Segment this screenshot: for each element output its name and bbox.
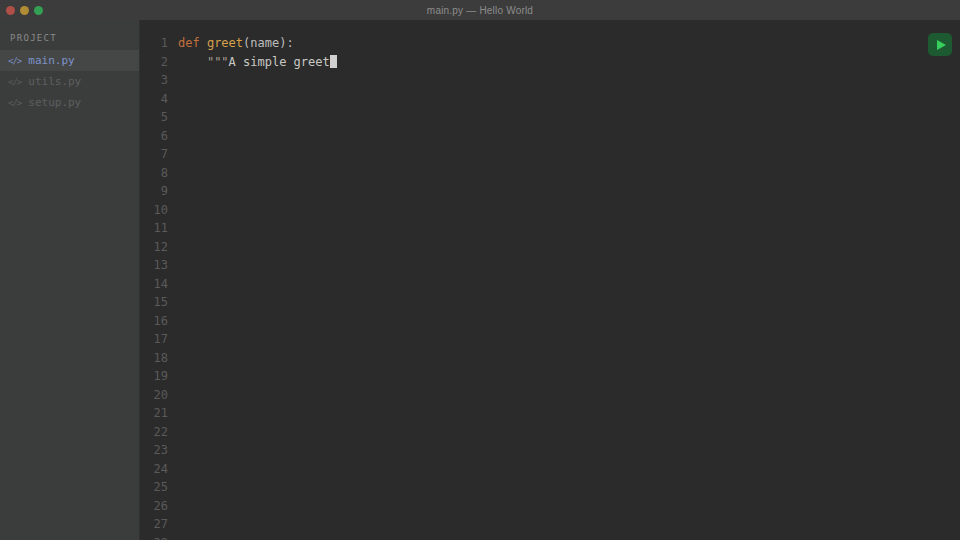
line-number: 16 [140,312,168,331]
line-number: 24 [140,460,168,479]
traffic-lights [6,0,43,20]
code-line: 3 [140,71,960,90]
line-content[interactable] [168,478,960,497]
line-content[interactable] [168,71,960,90]
line-number: 1 [140,34,168,53]
line-number: 22 [140,423,168,442]
line-number: 12 [140,238,168,257]
line-number: 4 [140,90,168,109]
sidebar-item-setup-py[interactable]: </>setup.py [0,92,139,113]
run-button[interactable] [928,33,952,56]
line-number: 3 [140,71,168,90]
token-plain: (name): [243,36,294,50]
code-line: 24 [140,460,960,479]
titlebar: main.py — Hello World [0,0,960,20]
code-line: 5 [140,108,960,127]
line-number: 19 [140,367,168,386]
line-content[interactable] [168,349,960,368]
minimize-button[interactable] [20,6,29,15]
zoom-button[interactable] [34,6,43,15]
code-line: 10 [140,201,960,220]
code-line: 25 [140,478,960,497]
close-button[interactable] [6,6,15,15]
code-line: 17 [140,330,960,349]
file-name: setup.py [28,96,81,109]
main-area: PROJECT </>main.py</>utils.py</>setup.py… [0,20,960,540]
line-content[interactable] [168,460,960,479]
line-content[interactable] [168,238,960,257]
line-content[interactable] [168,312,960,331]
sidebar-header: PROJECT [0,20,139,50]
line-number: 11 [140,219,168,238]
code-line: 4 [140,90,960,109]
code-line: 1def greet(name): [140,34,960,53]
line-number: 20 [140,386,168,405]
line-content[interactable] [168,90,960,109]
line-content[interactable] [168,423,960,442]
code-line: 14 [140,275,960,294]
code-line: 28 [140,534,960,540]
line-number: 2 [140,53,168,72]
line-number: 15 [140,293,168,312]
line-number: 27 [140,515,168,534]
code-line: 23 [140,441,960,460]
line-number: 23 [140,441,168,460]
line-content[interactable] [168,515,960,534]
line-content[interactable] [168,441,960,460]
line-number: 25 [140,478,168,497]
line-content[interactable] [168,182,960,201]
token-plain [178,55,207,69]
line-content[interactable] [168,256,960,275]
code-line: 2 """A simple greet [140,53,960,72]
line-content[interactable] [168,164,960,183]
code-line: 7 [140,145,960,164]
line-number: 26 [140,497,168,516]
line-number: 5 [140,108,168,127]
token-function: greet [207,36,243,50]
line-number: 28 [140,534,168,540]
code-line: 16 [140,312,960,331]
editor-window: main.py — Hello World PROJECT </>main.py… [0,0,960,540]
line-content[interactable] [168,497,960,516]
line-number: 21 [140,404,168,423]
code-file-icon: </> [8,77,21,87]
file-name: utils.py [28,75,81,88]
line-number: 7 [140,145,168,164]
code-line: 12 [140,238,960,257]
line-content[interactable] [168,386,960,405]
text-cursor [330,55,337,68]
sidebar: PROJECT </>main.py</>utils.py</>setup.py [0,20,140,540]
play-icon [937,40,946,50]
sidebar-item-main-py[interactable]: </>main.py [0,50,139,71]
code-line: 9 [140,182,960,201]
code-line: 20 [140,386,960,405]
code-line: 8 [140,164,960,183]
line-number: 9 [140,182,168,201]
line-content[interactable] [168,275,960,294]
code-line: 27 [140,515,960,534]
code-file-icon: </> [8,56,21,66]
line-content[interactable]: """A simple greet [168,53,960,72]
token-plain [200,36,207,50]
code-line: 13 [140,256,960,275]
line-content[interactable] [168,367,960,386]
line-content[interactable] [168,127,960,146]
code-editor[interactable]: 1def greet(name):2 """A simple greet3456… [140,20,960,540]
line-number: 8 [140,164,168,183]
line-number: 13 [140,256,168,275]
code-line: 18 [140,349,960,368]
code-line: 19 [140,367,960,386]
line-content[interactable] [168,534,960,540]
line-content[interactable]: def greet(name): [168,34,960,53]
sidebar-item-utils-py[interactable]: </>utils.py [0,71,139,92]
line-content[interactable] [168,219,960,238]
line-content[interactable] [168,330,960,349]
line-content[interactable] [168,293,960,312]
line-content[interactable] [168,404,960,423]
token-string_quote: """ [207,55,229,69]
line-number: 14 [140,275,168,294]
code-line: 21 [140,404,960,423]
line-content[interactable] [168,145,960,164]
line-content[interactable] [168,108,960,127]
line-content[interactable] [168,201,960,220]
